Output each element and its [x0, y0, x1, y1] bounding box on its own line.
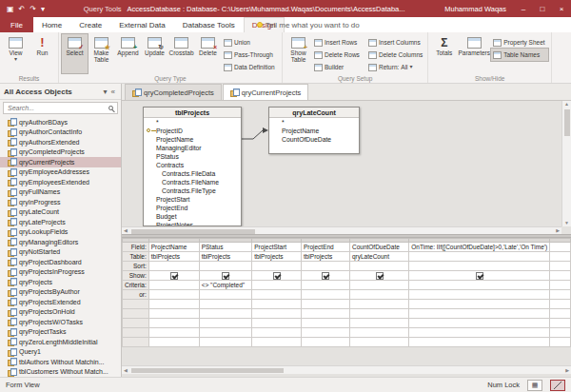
view-button[interactable]: View ▾	[3, 34, 29, 73]
append-button[interactable]: + Append	[115, 34, 141, 73]
field-row[interactable]: ManagingEditor	[144, 144, 241, 152]
document-tab[interactable]: qryCurrentProjects	[223, 84, 309, 100]
grid-cell-field[interactable]: ProjectName	[148, 243, 199, 252]
field-row[interactable]: Contracts.FileData	[144, 169, 241, 178]
grid-cell-or[interactable]	[409, 290, 550, 300]
design-view-button[interactable]	[550, 380, 565, 391]
sidebar-item[interactable]: qryAuthorsExtended	[0, 137, 121, 147]
grid-cell-sort[interactable]	[349, 262, 408, 271]
grid-cell-sort[interactable]	[550, 262, 571, 271]
sidebar-item[interactable]: qryNotStarted	[0, 247, 121, 258]
grid-cell-field[interactable]	[550, 243, 571, 252]
save-icon[interactable]: ▣	[7, 5, 14, 13]
insert-rows-button[interactable]: Insert Rows	[312, 36, 365, 49]
sidebar-item[interactable]: qryLookupFields	[0, 227, 121, 238]
vertical-scrollbar[interactable]: ▲ ▼	[561, 101, 571, 226]
grid-cell-or[interactable]	[252, 290, 302, 300]
parameters-button[interactable]: Parameters	[458, 34, 490, 73]
sidebar-item[interactable]: qryInProgress	[0, 197, 121, 207]
sidebar-item[interactable]: qryProjectsByAuthor	[0, 287, 121, 298]
grid-cell-field[interactable]: CountOfDueDate	[349, 243, 408, 252]
show-checkbox[interactable]	[376, 272, 384, 280]
property-sheet-button[interactable]: Property Sheet	[491, 36, 548, 49]
field-row[interactable]: *	[269, 118, 359, 127]
grid-cell-criteria[interactable]: <> "Completed"	[199, 281, 252, 290]
delete-query-button[interactable]: × Delete	[195, 34, 221, 73]
select-query-button[interactable]: ✓ Select	[62, 34, 88, 73]
grid-cell-criteria[interactable]	[301, 281, 349, 290]
field-row[interactable]: Contracts.FileType	[144, 186, 241, 195]
sidebar-item[interactable]: qryFullNames	[0, 187, 121, 198]
scrollbar-thumb[interactable]	[131, 368, 284, 373]
field-row[interactable]: Contracts.FileName	[144, 178, 241, 186]
table-title[interactable]: tblProjects	[144, 108, 241, 118]
horizontal-scrollbar[interactable]: ◀ ▶	[122, 226, 561, 234]
table-title[interactable]: qryLateCount	[269, 108, 359, 118]
grid-cell-sort[interactable]	[199, 262, 252, 271]
nav-menu-chevron-icon[interactable]: ▾	[102, 88, 109, 96]
sidebar-item[interactable]: qryProjects	[0, 277, 121, 287]
maximize-button[interactable]: □	[533, 0, 552, 17]
horizontal-scrollbar[interactable]: ◀ ▶	[122, 365, 571, 374]
field-row[interactable]: Budget	[144, 212, 241, 221]
grid-cell-or[interactable]	[349, 290, 408, 300]
sidebar-item[interactable]: qryAuthorContactInfo	[0, 127, 121, 138]
pass-through-button[interactable]: Pass-Through	[222, 49, 279, 61]
grid-cell-table[interactable]: tblProjects	[148, 252, 199, 262]
grid-cell-sort[interactable]	[409, 262, 550, 271]
nav-shutter-icon[interactable]: «	[109, 88, 117, 96]
sidebar-item[interactable]: qryEmployeeAddresses	[0, 167, 121, 178]
qat-dropdown-icon[interactable]: ▾	[41, 5, 45, 13]
run-button[interactable]: ! Run	[30, 34, 55, 73]
sidebar-item[interactable]: qryLateProjects	[0, 217, 121, 227]
grid-cell-table[interactable]: qryLateCount	[349, 252, 408, 262]
grid-cell-or[interactable]	[148, 290, 199, 300]
query-design-surface[interactable]: tblProjects * ProjectID	[122, 101, 571, 234]
ribbon-tab[interactable]: Home	[33, 17, 70, 32]
signed-in-user[interactable]: Muhammad Waqas	[444, 5, 506, 13]
builder-button[interactable]: Builder	[312, 61, 365, 73]
datasheet-view-button[interactable]: ▦	[527, 380, 542, 391]
data-definition-button[interactable]: Data Definition	[222, 61, 279, 73]
sidebar-item[interactable]: qryEmployeesExtended	[0, 177, 121, 187]
grid-cell-criteria[interactable]	[148, 281, 199, 290]
insert-columns-button[interactable]: Insert Columns	[366, 36, 424, 49]
field-row[interactable]: ProjectName	[144, 135, 241, 144]
scroll-left-icon[interactable]: ◀	[124, 366, 128, 374]
grid-cell-table[interactable]: tblProjects	[199, 252, 252, 262]
ribbon-tab[interactable]: File	[0, 17, 33, 32]
field-row[interactable]: ProjectEnd	[144, 204, 241, 212]
sidebar-item[interactable]: qryProjectTasks	[0, 327, 121, 338]
field-row[interactable]: ProjectName	[269, 127, 359, 135]
delete-columns-button[interactable]: Delete Columns	[366, 49, 424, 61]
show-checkbox[interactable]	[170, 272, 178, 280]
close-button[interactable]: ×	[552, 0, 571, 17]
scroll-left-icon[interactable]: ◀	[124, 227, 128, 234]
minimize-button[interactable]: –	[514, 0, 533, 17]
sidebar-item[interactable]: qryProjectsOnHold	[0, 307, 121, 318]
scrollbar-thumb[interactable]	[564, 109, 570, 136]
sidebar-item[interactable]: qryAuthorBDays	[0, 117, 121, 127]
show-checkbox[interactable]	[273, 272, 281, 280]
show-table-button[interactable]: + Show Table	[286, 34, 311, 73]
ribbon-tab[interactable]: Create	[70, 17, 110, 32]
return-dropdown[interactable]: Return:All▾	[366, 61, 424, 73]
ribbon-tab[interactable]: External Data	[110, 17, 173, 32]
scroll-down-icon[interactable]: ▼	[562, 220, 571, 226]
field-row[interactable]: *	[144, 118, 241, 127]
scroll-right-icon[interactable]: ▶	[565, 366, 569, 374]
scroll-right-icon[interactable]: ▶	[556, 227, 560, 234]
grid-cell-criteria[interactable]	[349, 281, 408, 290]
show-checkbox[interactable]	[222, 272, 229, 280]
sidebar-item[interactable]: qryManagingEditors	[0, 237, 121, 247]
sidebar-item[interactable]: qryProjectsW/OTasks	[0, 317, 121, 327]
sidebar-item[interactable]: qryZeroLengthMiddleInitial	[0, 337, 121, 347]
grid-cell-field[interactable]: OnTime: IIf([CountOfDueDate]>0,'Late','O…	[409, 243, 550, 252]
grid-cell-table[interactable]: tblProjects	[301, 252, 349, 262]
grid-cell-table[interactable]	[550, 252, 571, 262]
field-row[interactable]: ProjectID	[144, 127, 241, 135]
grid-cell-or[interactable]	[199, 290, 252, 300]
grid-cell-or[interactable]	[301, 290, 349, 300]
sidebar-item[interactable]: qryProjectsInProgress	[0, 267, 121, 278]
sidebar-item[interactable]: Query1	[0, 347, 121, 358]
